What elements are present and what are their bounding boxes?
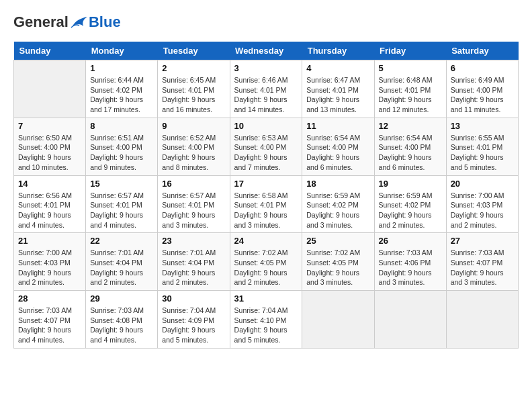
day-number: 31 — [234, 293, 298, 304]
day-number: 22 — [90, 236, 153, 246]
header-row: SundayMondayTuesdayWednesdayThursdayFrid… — [14, 42, 519, 60]
day-number: 4 — [306, 63, 369, 73]
day-info: Sunrise: 6:59 AMSunset: 4:02 PMDaylight:… — [306, 191, 369, 230]
logo-blue-text: Blue — [89, 13, 121, 31]
day-number: 25 — [306, 236, 369, 246]
day-info: Sunrise: 6:55 AMSunset: 4:01 PMDaylight:… — [451, 133, 514, 173]
day-info: Sunrise: 7:03 AMSunset: 4:07 PMDaylight:… — [18, 306, 81, 345]
day-cell: 10Sunrise: 6:53 AMSunset: 4:00 PMDayligh… — [230, 118, 302, 175]
day-info: Sunrise: 6:44 AMSunset: 4:02 PMDaylight:… — [90, 75, 153, 115]
day-header-monday: Monday — [86, 42, 158, 60]
day-info: Sunrise: 6:54 AMSunset: 4:00 PMDaylight:… — [306, 133, 369, 173]
day-cell: 20Sunrise: 7:00 AMSunset: 4:03 PMDayligh… — [446, 175, 518, 233]
day-info: Sunrise: 7:02 AMSunset: 4:05 PMDaylight:… — [306, 248, 369, 287]
day-header-friday: Friday — [374, 42, 446, 60]
day-cell: 31Sunrise: 7:04 AMSunset: 4:10 PMDayligh… — [230, 291, 302, 349]
day-info: Sunrise: 6:46 AMSunset: 4:01 PMDaylight:… — [234, 75, 298, 115]
day-number: 27 — [451, 236, 514, 246]
day-cell — [14, 60, 86, 118]
day-cell: 8Sunrise: 6:51 AMSunset: 4:00 PMDaylight… — [86, 118, 158, 175]
day-number: 7 — [18, 121, 81, 131]
day-info: Sunrise: 7:02 AMSunset: 4:05 PMDaylight:… — [234, 248, 298, 287]
day-number: 12 — [379, 121, 442, 131]
day-header-wednesday: Wednesday — [230, 42, 302, 60]
day-cell: 16Sunrise: 6:57 AMSunset: 4:01 PMDayligh… — [158, 175, 230, 233]
day-cell: 15Sunrise: 6:57 AMSunset: 4:01 PMDayligh… — [86, 175, 158, 233]
day-number: 24 — [234, 236, 298, 246]
day-header-sunday: Sunday — [14, 42, 86, 60]
day-info: Sunrise: 6:50 AMSunset: 4:00 PMDaylight:… — [18, 133, 81, 173]
calendar-body: 1Sunrise: 6:44 AMSunset: 4:02 PMDaylight… — [14, 60, 519, 349]
week-row-1: 7Sunrise: 6:50 AMSunset: 4:00 PMDaylight… — [14, 118, 519, 175]
day-cell: 17Sunrise: 6:58 AMSunset: 4:01 PMDayligh… — [230, 175, 302, 233]
day-cell: 3Sunrise: 6:46 AMSunset: 4:01 PMDaylight… — [230, 60, 302, 118]
day-info: Sunrise: 7:03 AMSunset: 4:08 PMDaylight:… — [90, 306, 153, 345]
day-number: 15 — [90, 179, 153, 189]
week-row-0: 1Sunrise: 6:44 AMSunset: 4:02 PMDaylight… — [14, 60, 519, 118]
day-cell: 30Sunrise: 7:04 AMSunset: 4:09 PMDayligh… — [158, 291, 230, 349]
day-number: 8 — [90, 121, 153, 131]
day-number: 26 — [379, 236, 442, 246]
day-number: 17 — [234, 179, 298, 189]
day-number: 18 — [306, 179, 369, 189]
day-info: Sunrise: 7:01 AMSunset: 4:04 PMDaylight:… — [162, 248, 225, 287]
week-row-3: 21Sunrise: 7:00 AMSunset: 4:03 PMDayligh… — [14, 233, 519, 291]
logo: General Blue — [13, 13, 121, 31]
day-info: Sunrise: 7:00 AMSunset: 4:03 PMDaylight:… — [18, 248, 81, 287]
day-info: Sunrise: 6:56 AMSunset: 4:01 PMDaylight:… — [18, 191, 81, 230]
day-info: Sunrise: 7:01 AMSunset: 4:04 PMDaylight:… — [90, 248, 153, 287]
day-number: 2 — [162, 63, 225, 73]
day-number: 1 — [90, 63, 153, 73]
day-info: Sunrise: 6:54 AMSunset: 4:00 PMDaylight:… — [379, 133, 442, 173]
day-cell: 22Sunrise: 7:01 AMSunset: 4:04 PMDayligh… — [86, 233, 158, 291]
logo-bird-icon — [70, 14, 89, 30]
day-cell: 9Sunrise: 6:52 AMSunset: 4:00 PMDaylight… — [158, 118, 230, 175]
day-info: Sunrise: 6:59 AMSunset: 4:02 PMDaylight:… — [379, 191, 442, 230]
day-info: Sunrise: 6:57 AMSunset: 4:01 PMDaylight:… — [90, 191, 153, 230]
day-cell: 18Sunrise: 6:59 AMSunset: 4:02 PMDayligh… — [302, 175, 374, 233]
day-number: 21 — [18, 236, 81, 246]
day-info: Sunrise: 6:58 AMSunset: 4:01 PMDaylight:… — [234, 191, 298, 230]
day-info: Sunrise: 7:00 AMSunset: 4:03 PMDaylight:… — [451, 191, 514, 230]
day-cell — [374, 291, 446, 349]
logo-general-text: General — [13, 13, 69, 31]
day-info: Sunrise: 6:53 AMSunset: 4:00 PMDaylight:… — [234, 133, 298, 173]
day-info: Sunrise: 6:57 AMSunset: 4:01 PMDaylight:… — [162, 191, 225, 230]
day-cell: 29Sunrise: 7:03 AMSunset: 4:08 PMDayligh… — [86, 291, 158, 349]
day-info: Sunrise: 6:48 AMSunset: 4:01 PMDaylight:… — [379, 75, 442, 115]
day-cell: 27Sunrise: 7:03 AMSunset: 4:07 PMDayligh… — [446, 233, 518, 291]
day-cell: 14Sunrise: 6:56 AMSunset: 4:01 PMDayligh… — [14, 175, 86, 233]
day-number: 3 — [234, 63, 298, 73]
day-number: 16 — [162, 179, 225, 189]
day-cell: 28Sunrise: 7:03 AMSunset: 4:07 PMDayligh… — [14, 291, 86, 349]
day-cell: 4Sunrise: 6:47 AMSunset: 4:01 PMDaylight… — [302, 60, 374, 118]
day-number: 19 — [379, 179, 442, 189]
day-number: 9 — [162, 121, 225, 131]
day-info: Sunrise: 6:49 AMSunset: 4:00 PMDaylight:… — [451, 75, 514, 115]
day-number: 5 — [379, 63, 442, 73]
day-info: Sunrise: 7:03 AMSunset: 4:06 PMDaylight:… — [379, 248, 442, 287]
calendar-table: SundayMondayTuesdayWednesdayThursdayFrid… — [13, 42, 519, 349]
day-cell: 23Sunrise: 7:01 AMSunset: 4:04 PMDayligh… — [158, 233, 230, 291]
day-header-saturday: Saturday — [446, 42, 518, 60]
day-info: Sunrise: 7:04 AMSunset: 4:10 PMDaylight:… — [234, 306, 298, 345]
day-cell: 13Sunrise: 6:55 AMSunset: 4:01 PMDayligh… — [446, 118, 518, 175]
day-number: 14 — [18, 179, 81, 189]
day-number: 20 — [451, 179, 514, 189]
day-info: Sunrise: 7:03 AMSunset: 4:07 PMDaylight:… — [451, 248, 514, 287]
day-number: 28 — [18, 293, 81, 304]
day-header-thursday: Thursday — [302, 42, 374, 60]
day-cell: 19Sunrise: 6:59 AMSunset: 4:02 PMDayligh… — [374, 175, 446, 233]
day-cell: 7Sunrise: 6:50 AMSunset: 4:00 PMDaylight… — [14, 118, 86, 175]
day-cell: 1Sunrise: 6:44 AMSunset: 4:02 PMDaylight… — [86, 60, 158, 118]
page-header: General Blue — [13, 13, 519, 31]
day-cell — [446, 291, 518, 349]
day-info: Sunrise: 7:04 AMSunset: 4:09 PMDaylight:… — [162, 306, 225, 345]
week-row-4: 28Sunrise: 7:03 AMSunset: 4:07 PMDayligh… — [14, 291, 519, 349]
day-cell: 5Sunrise: 6:48 AMSunset: 4:01 PMDaylight… — [374, 60, 446, 118]
day-cell: 25Sunrise: 7:02 AMSunset: 4:05 PMDayligh… — [302, 233, 374, 291]
week-row-2: 14Sunrise: 6:56 AMSunset: 4:01 PMDayligh… — [14, 175, 519, 233]
day-number: 10 — [234, 121, 298, 131]
day-cell: 11Sunrise: 6:54 AMSunset: 4:00 PMDayligh… — [302, 118, 374, 175]
day-cell: 26Sunrise: 7:03 AMSunset: 4:06 PMDayligh… — [374, 233, 446, 291]
